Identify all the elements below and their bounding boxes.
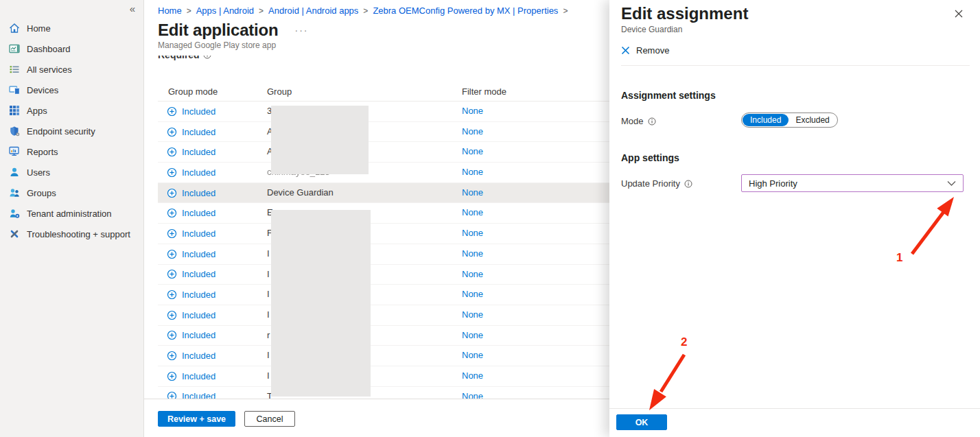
table-row[interactable]: Included Device Guardian None <box>158 183 609 204</box>
group-mode-link[interactable]: Included <box>182 188 215 198</box>
table-row[interactable]: Included I None <box>158 244 609 265</box>
mode-option-included[interactable]: Included <box>743 114 789 126</box>
mode-label: Mode <box>621 116 656 126</box>
assignments-table: Group mode Group Filter mode Included 3 … <box>144 82 609 399</box>
table-row[interactable]: Included r None <box>158 326 609 346</box>
filter-mode-link[interactable]: None <box>462 102 483 121</box>
redaction-overlay <box>271 106 369 174</box>
sidebar-item-reports[interactable]: Reports <box>0 141 143 162</box>
sidebar-item-apps[interactable]: Apps <box>0 100 143 121</box>
table-row[interactable]: Included A None <box>158 142 609 163</box>
filter-mode-link[interactable]: None <box>462 224 483 244</box>
plus-circle-icon <box>167 228 177 239</box>
table-row[interactable]: Included 3 None <box>158 102 609 122</box>
plus-circle-icon <box>167 147 177 157</box>
group-mode-link[interactable]: Included <box>182 106 215 117</box>
all-services-icon <box>9 64 20 75</box>
cancel-button[interactable]: Cancel <box>244 411 295 427</box>
group-mode-link[interactable]: Included <box>182 351 215 361</box>
required-section-label-clipped: Required <box>158 56 211 64</box>
group-mode-link[interactable]: Included <box>182 310 215 320</box>
filter-mode-link[interactable]: None <box>462 366 483 386</box>
plus-circle-icon <box>167 351 177 361</box>
breadcrumb-link[interactable]: Apps | Android <box>196 5 254 16</box>
update-priority-dropdown[interactable]: High Priority <box>741 174 964 192</box>
group-mode-link[interactable]: Included <box>182 167 215 178</box>
table-row[interactable]: Included T None <box>158 387 609 399</box>
plus-circle-icon <box>167 371 177 381</box>
filter-mode-link[interactable]: None <box>462 163 483 182</box>
breadcrumb-link[interactable]: Android | Android apps <box>268 5 358 16</box>
plus-circle-icon <box>167 188 177 198</box>
chevron-down-icon <box>947 180 956 187</box>
group-mode-link[interactable]: Included <box>182 228 215 239</box>
group-mode-link[interactable]: Included <box>182 208 215 218</box>
main-content: Home>Apps | Android>Android | Android ap… <box>144 0 609 437</box>
filter-mode-link[interactable]: None <box>462 183 483 203</box>
remove-button[interactable]: Remove <box>621 45 669 56</box>
plus-circle-icon <box>167 290 177 300</box>
table-row[interactable]: Included E None <box>158 203 609 224</box>
breadcrumb-separator: > <box>363 6 368 16</box>
ok-button[interactable]: OK <box>616 414 667 430</box>
redaction-overlay <box>271 210 371 397</box>
close-icon[interactable] <box>953 8 965 20</box>
table-row[interactable]: Included I None <box>158 265 609 285</box>
table-row[interactable]: Included I None <box>158 285 609 305</box>
sidebar-item-users[interactable]: Users <box>0 162 143 182</box>
sidebar-item-tenant-administration[interactable]: Tenant administration <box>0 203 143 224</box>
mode-option-excluded[interactable]: Excluded <box>789 114 836 126</box>
form-footer: Review + save Cancel <box>158 411 295 427</box>
devices-icon <box>9 84 20 95</box>
reports-icon <box>9 146 20 157</box>
sidebar-item-dashboard[interactable]: Dashboard <box>0 38 143 59</box>
filter-mode-link[interactable]: None <box>462 305 483 325</box>
filter-mode-link[interactable]: None <box>462 244 483 264</box>
filter-mode-link[interactable]: None <box>462 326 483 346</box>
column-header-filter-mode: Filter mode <box>462 82 506 101</box>
group-mode-link[interactable]: Included <box>182 147 215 157</box>
breadcrumb-separator: > <box>187 6 191 16</box>
more-menu-icon[interactable]: ··· <box>294 25 308 36</box>
table-row[interactable]: Included I None <box>158 305 609 326</box>
sidebar-item-home[interactable]: Home <box>0 18 143 38</box>
filter-mode-link[interactable]: None <box>462 346 483 366</box>
group-mode-link[interactable]: Included <box>182 330 215 340</box>
info-icon[interactable] <box>648 117 656 126</box>
sidebar-item-groups[interactable]: Groups <box>0 182 143 203</box>
group-mode-link[interactable]: Included <box>182 391 215 399</box>
table-row[interactable]: Included F None <box>158 224 609 244</box>
group-mode-link[interactable]: Included <box>182 127 215 137</box>
info-icon[interactable] <box>684 180 692 188</box>
breadcrumb-link[interactable]: Home <box>158 5 182 16</box>
table-row[interactable]: Included I None <box>158 366 609 387</box>
group-mode-link[interactable]: Included <box>182 371 215 381</box>
table-row[interactable]: Included A None <box>158 122 609 143</box>
filter-mode-link[interactable]: None <box>462 122 483 142</box>
info-icon <box>203 56 211 59</box>
breadcrumb: Home>Apps | Android>Android | Android ap… <box>158 5 572 16</box>
sidebar-item-troubleshooting-support[interactable]: Troubleshooting + support <box>0 224 143 244</box>
collapse-sidebar-icon[interactable]: « <box>130 3 135 14</box>
table-row[interactable]: Included chinmayee_123 None <box>158 163 609 183</box>
filter-mode-link[interactable]: None <box>462 265 483 285</box>
group-mode-link[interactable]: Included <box>182 290 215 300</box>
troubleshooting-icon <box>9 228 20 239</box>
filter-mode-link[interactable]: None <box>462 285 483 305</box>
annotation-arrow-1 <box>912 197 954 254</box>
sidebar-item-all-services[interactable]: All services <box>0 59 143 80</box>
sidebar-item-devices[interactable]: Devices <box>0 80 143 100</box>
review-save-button[interactable]: Review + save <box>158 411 235 427</box>
filter-mode-link[interactable]: None <box>462 203 483 223</box>
sidebar-item-endpoint-security[interactable]: Endpoint security <box>0 121 143 141</box>
filter-mode-link[interactable]: None <box>462 142 483 162</box>
column-header-group-mode: Group mode <box>168 82 218 101</box>
table-row[interactable]: Included I None <box>158 346 609 366</box>
filter-mode-link[interactable]: None <box>462 387 483 399</box>
group-mode-link[interactable]: Included <box>182 269 215 279</box>
plus-circle-icon <box>167 269 177 279</box>
breadcrumb-link[interactable]: Zebra OEMConfig Powered by MX | Properti… <box>373 5 558 16</box>
group-mode-link[interactable]: Included <box>182 249 215 259</box>
sidebar: « Home Dashboard All services Devices Ap… <box>0 0 144 437</box>
group-name: r <box>267 326 270 346</box>
